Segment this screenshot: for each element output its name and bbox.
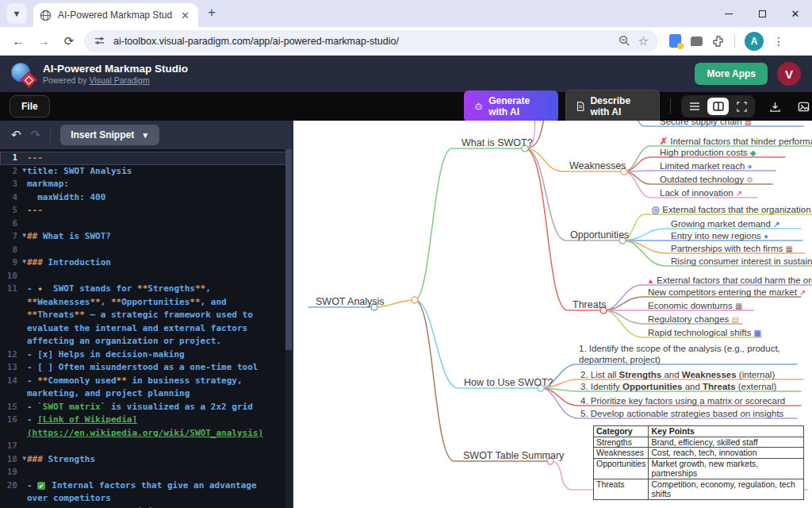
- node-limited-market-reach[interactable]: Limited market reach ●: [660, 160, 753, 172]
- site-settings-icon[interactable]: [94, 35, 105, 47]
- fold-chevron-icon[interactable]: ▼: [22, 256, 26, 269]
- editor-line[interactable]: 2▼title: SWOT Analysis: [0, 165, 292, 179]
- editor-line[interactable]: 21- Strong brand recognition ◆: [0, 506, 292, 508]
- window-minimize-button[interactable]: [712, 0, 745, 27]
- new-tab-button[interactable]: +: [208, 5, 216, 21]
- node-outdated-technology[interactable]: Outdated technology ⚙: [660, 174, 753, 186]
- node-swot-table-summary[interactable]: SWOT Table Summary: [463, 450, 564, 461]
- editor-line[interactable]: 19: [0, 466, 292, 479]
- browser-tab[interactable]: AI-Powered Markmap Studio ✕: [33, 3, 198, 27]
- undo-icon[interactable]: ↶: [11, 128, 21, 142]
- node-threats-desc[interactable]: ▲ External factors that could harm the o…: [647, 275, 812, 287]
- editor-line[interactable]: 7▼## What is SWOT?: [0, 230, 292, 244]
- editor-line[interactable]: 11- ✦ SWOT stands for **Strengths**, **W…: [0, 283, 292, 348]
- editor-scrollbar[interactable]: [285, 149, 292, 508]
- node-how-to-use-swot[interactable]: How to Use SWOT?: [464, 377, 553, 388]
- editor-line[interactable]: 15- `SWOT matrix` is visualized as a 2x2…: [0, 401, 292, 414]
- node-step-3[interactable]: 3. Identify Opportunities and Threats (e…: [580, 381, 776, 392]
- menu-kebab-icon[interactable]: ⋮: [773, 35, 784, 48]
- node-rising-consumer-interest[interactable]: Rising consumer interest in sustainabili…: [671, 256, 812, 267]
- editor-line[interactable]: 5---: [0, 204, 292, 217]
- editor-line[interactable]: 17: [0, 440, 292, 453]
- table-cell: Market growth, new markets, partnerships: [649, 458, 804, 479]
- forward-button[interactable]: →: [33, 31, 54, 52]
- node-high-production-costs[interactable]: High production costs ◆: [660, 147, 756, 159]
- node-opportunities[interactable]: Opportunities: [570, 229, 629, 241]
- node-step-5[interactable]: 5. Develop actionable strategies based o…: [580, 408, 783, 419]
- editor-line[interactable]: 13- [ ] Often misunderstood as a one-tim…: [0, 361, 292, 375]
- warning-emoji: ▲: [647, 277, 654, 285]
- fold-chevron-icon[interactable]: ▼: [22, 164, 26, 178]
- editor-line[interactable]: 6: [0, 217, 292, 231]
- editor-line[interactable]: 9▼### Introduction: [0, 256, 292, 270]
- node-opportunities-desc[interactable]: ◎ External factors that the organization…: [652, 204, 812, 215]
- node-circle-junction[interactable]: [412, 297, 418, 303]
- zoom-icon[interactable]: [619, 35, 630, 47]
- node-economic-downturns[interactable]: Economic downturns ▦: [648, 300, 742, 312]
- docs-extension-icon[interactable]: [669, 34, 681, 48]
- node-secure-supply-chain[interactable]: Secure supply chain ▦: [660, 121, 752, 128]
- node-weaknesses[interactable]: Weaknesses: [569, 160, 626, 171]
- code-text: [27, 244, 292, 257]
- window-maximize-button[interactable]: [745, 0, 779, 27]
- scrollbar-thumb[interactable]: [285, 149, 292, 350]
- extensions-puzzle-icon[interactable]: [712, 35, 725, 48]
- node-what-is-swot[interactable]: What is SWOT?: [462, 137, 533, 148]
- fold-chevron-icon[interactable]: ▼: [22, 229, 26, 243]
- tab-search-button[interactable]: ▼: [6, 3, 27, 24]
- window-close-button[interactable]: ✕: [779, 0, 812, 27]
- address-bar[interactable]: ai-toolbox.visual-paradigm.com/app/ai-po…: [84, 30, 658, 52]
- node-step-2[interactable]: 2. List all Strengths and Weaknesses (in…: [580, 369, 775, 380]
- comment-icon[interactable]: [691, 37, 703, 46]
- generate-with-ai-button[interactable]: Generate with AI: [464, 90, 558, 122]
- split-view-button[interactable]: [707, 98, 729, 115]
- markmap-panel[interactable]: markmap: [293, 121, 812, 508]
- label-text: Rising consumer interest in sustainabili…: [671, 256, 812, 266]
- code-token: `SWOT matrix`: [37, 402, 105, 412]
- editor-line[interactable]: 18▼### Strengths: [0, 453, 292, 467]
- editor-line[interactable]: 12- [x] Helps in decision-making: [0, 348, 292, 362]
- download-button[interactable]: [767, 96, 783, 117]
- profile-avatar[interactable]: A: [745, 32, 764, 51]
- fold-chevron-icon[interactable]: ▼: [22, 452, 26, 466]
- node-lack-of-innovation[interactable]: Lack of innovation ↗: [660, 187, 742, 199]
- editor-lines[interactable]: 1---2▼title: SWOT Analysis3markmap:4 max…: [0, 149, 292, 508]
- node-step-1[interactable]: 1. Identify the scope of the analysis (e…: [579, 343, 802, 365]
- file-menu-button[interactable]: File: [10, 95, 50, 117]
- bookmark-star-icon[interactable]: ☆: [638, 34, 649, 48]
- node-swot-analysis[interactable]: SWOT Analysis: [316, 296, 385, 307]
- editor-line[interactable]: 10: [0, 270, 292, 283]
- editor-line[interactable]: 1---: [0, 152, 292, 165]
- more-apps-button[interactable]: More Apps: [695, 63, 768, 85]
- node-step-4[interactable]: 4. Prioritize key factors using a matrix…: [580, 395, 785, 406]
- editor-line[interactable]: 14- **Commonly used** in business strate…: [0, 375, 292, 401]
- node-rapid-tech-shifts[interactable]: Rapid technological shifts ▣: [648, 327, 761, 339]
- node-growing-market-demand[interactable]: Growing market demand ↗: [671, 218, 780, 230]
- editor-line[interactable]: 20- ✔ Internal factors that give an adva…: [0, 479, 292, 506]
- url-text[interactable]: ai-toolbox.visual-paradigm.com/app/ai-po…: [113, 36, 611, 47]
- node-regulatory-changes[interactable]: Regulatory changes ▤: [648, 314, 739, 325]
- export-image-button[interactable]: [795, 96, 812, 117]
- describe-with-ai-button[interactable]: Describe with AI: [565, 90, 660, 123]
- editor-line[interactable]: 4 maxWidth: 400: [0, 191, 292, 205]
- node-entry-new-regions[interactable]: Entry into new regions ●: [671, 230, 768, 242]
- back-button[interactable]: ←: [8, 31, 29, 52]
- editor-line[interactable]: 8: [0, 244, 292, 257]
- tab-close-icon[interactable]: ✕: [178, 10, 192, 21]
- editor-view-button[interactable]: [684, 98, 705, 115]
- node-new-competitors[interactable]: New competitors entering the market ↗: [648, 287, 806, 298]
- redo-icon[interactable]: ↷: [31, 128, 41, 142]
- rocket-emoji: ↗: [799, 288, 806, 297]
- node-weaknesses-desc[interactable]: ✗ Internal factors that hinder performan…: [660, 136, 812, 147]
- node-threats[interactable]: Threats: [573, 299, 606, 310]
- code-token: Opportunities: [121, 297, 190, 307]
- insert-snippet-button[interactable]: Insert Snippet▼: [60, 125, 159, 145]
- brand-badge[interactable]: V: [777, 62, 801, 86]
- visual-paradigm-link[interactable]: Visual Paradigm: [89, 75, 149, 85]
- editor-line[interactable]: 3markmap:: [0, 178, 292, 191]
- fullscreen-view-button[interactable]: [731, 98, 753, 115]
- node-partnerships-tech-firms[interactable]: Partnerships with tech firms ▦: [671, 243, 793, 255]
- reload-button[interactable]: ⟳: [59, 31, 79, 52]
- line-number: 6: [12, 218, 17, 229]
- editor-line[interactable]: 16- [Link of Wikipedia](https://en.wikip…: [0, 414, 292, 440]
